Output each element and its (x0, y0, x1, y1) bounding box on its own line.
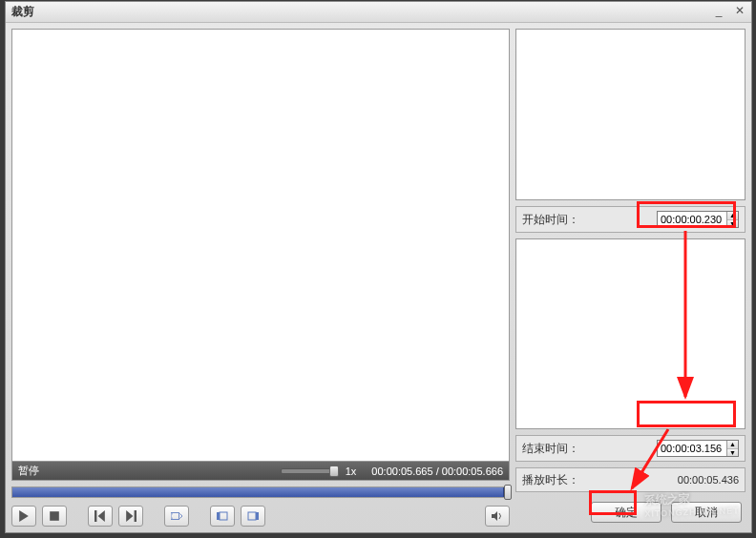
start-time-down[interactable]: ▼ (727, 220, 738, 228)
time-total: 00:00:05.666 (442, 466, 503, 477)
next-button[interactable] (118, 506, 143, 527)
trim-dialog-window: 裁剪 _ ✕ 暂停 1x 00:00:05.665 / 00:00:05.666 (5, 1, 752, 533)
svg-rect-8 (248, 512, 256, 520)
stop-icon (49, 510, 60, 522)
svg-rect-1 (94, 510, 96, 522)
start-time-row: 开始时间： ▲ ▼ (515, 206, 746, 233)
end-time-row: 结束时间： ▲ ▼ (515, 435, 746, 462)
duration-value: 00:00:05.436 (678, 474, 739, 486)
close-button[interactable]: ✕ (732, 4, 747, 17)
end-time-down[interactable]: ▼ (727, 449, 738, 457)
time-current: 00:00:05.665 (371, 466, 432, 477)
duration-label: 播放时长： (522, 472, 678, 488)
end-preview (515, 238, 746, 429)
progress-bar[interactable] (11, 486, 510, 498)
speed-slider[interactable] (281, 468, 338, 474)
play-icon (18, 510, 30, 522)
end-time-input[interactable] (658, 441, 726, 456)
start-time-label: 开始时间： (522, 212, 657, 228)
window-title: 裁剪 (11, 4, 34, 20)
video-preview (11, 29, 510, 462)
stop-button[interactable] (42, 506, 67, 527)
mark-start-button[interactable] (210, 506, 235, 527)
prev-icon (94, 510, 106, 522)
end-time-up[interactable]: ▲ (727, 441, 738, 449)
playback-status: 暂停 (18, 464, 39, 478)
start-time-input[interactable] (658, 212, 726, 227)
watermark: 系统之家 XITONGZHIJIA.NET (643, 489, 739, 518)
end-time-spinner[interactable]: ▲ ▼ (657, 440, 739, 457)
titlebar: 裁剪 _ ✕ (6, 2, 751, 23)
start-time-up[interactable]: ▲ (727, 212, 738, 220)
playback-controls (11, 506, 510, 527)
svg-rect-4 (172, 513, 173, 514)
start-time-spinner[interactable]: ▲ ▼ (657, 211, 739, 228)
status-bar: 暂停 1x 00:00:05.665 / 00:00:05.666 (11, 462, 510, 481)
start-preview (515, 29, 746, 200)
svg-rect-0 (50, 511, 59, 521)
minimize-button[interactable]: _ (711, 4, 726, 17)
left-column: 暂停 1x 00:00:05.665 / 00:00:05.666 (11, 29, 510, 527)
speed-value: 1x (346, 466, 357, 477)
volume-button[interactable] (485, 506, 510, 527)
volume-icon (492, 510, 503, 522)
mark-in-button[interactable] (164, 506, 189, 527)
svg-rect-9 (256, 512, 259, 520)
svg-rect-2 (135, 510, 136, 522)
mark-end-button[interactable] (241, 506, 265, 527)
next-icon (125, 510, 136, 522)
end-time-label: 结束时间： (522, 441, 657, 457)
right-column: 开始时间： ▲ ▼ 结束时间： ▲ ▼ (515, 29, 746, 527)
svg-rect-7 (220, 512, 227, 520)
dialog-body: 暂停 1x 00:00:05.665 / 00:00:05.666 (6, 23, 751, 532)
watermark-main: 系统之家 (643, 492, 689, 507)
play-button[interactable] (11, 506, 36, 527)
time-sep: / (433, 466, 442, 477)
window-buttons: _ ✕ (711, 4, 747, 17)
progress-wrap (11, 486, 510, 498)
bracket-out-icon (247, 510, 259, 522)
svg-rect-5 (172, 518, 173, 519)
bracket-in-icon (217, 510, 228, 522)
duration-row: 播放时长： 00:00:05.436 (515, 467, 746, 492)
film-in-icon (171, 510, 182, 522)
prev-button[interactable] (88, 506, 113, 527)
